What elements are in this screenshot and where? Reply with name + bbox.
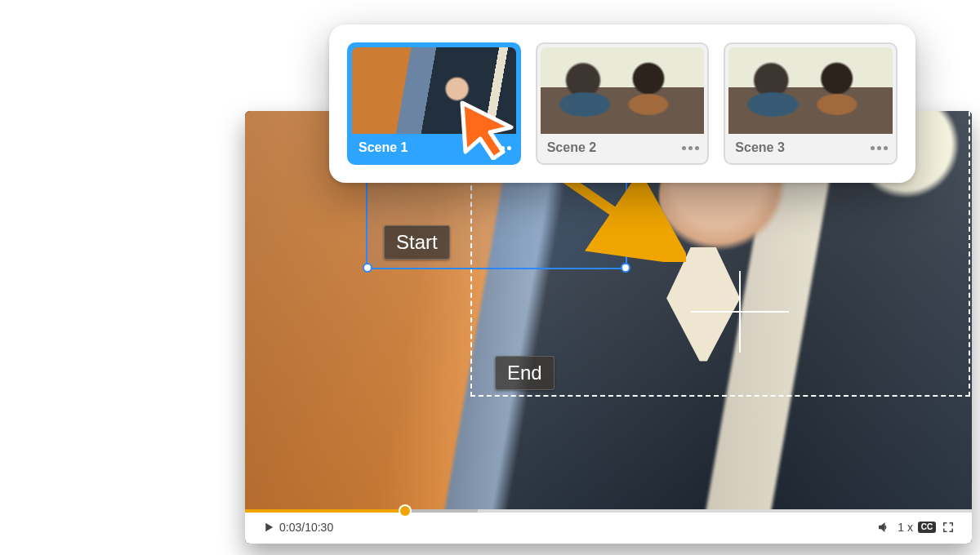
scene-thumbnail xyxy=(541,47,705,134)
resize-handle[interactable] xyxy=(363,263,372,273)
volume-icon xyxy=(876,520,891,535)
play-button[interactable] xyxy=(258,517,279,538)
scene-card-1[interactable]: Scene 1 xyxy=(347,42,521,165)
scene-label: Scene 2 xyxy=(547,140,676,155)
resize-handle[interactable] xyxy=(621,263,630,273)
scene-label: Scene 3 xyxy=(735,140,864,155)
duration: 10:30 xyxy=(305,521,333,534)
scene-more-button[interactable] xyxy=(682,146,699,150)
progress-thumb[interactable] xyxy=(400,506,410,516)
current-time: 0:03 xyxy=(279,521,301,534)
scene-card-3[interactable]: Scene 3 xyxy=(724,42,898,165)
scene-label: Scene 1 xyxy=(359,140,488,155)
scene-panel: Scene 1 Scene 2 Scene 3 xyxy=(329,24,915,183)
scene-more-button[interactable] xyxy=(494,146,511,150)
captions-button[interactable]: CC xyxy=(916,517,938,538)
volume-button[interactable] xyxy=(873,517,894,538)
progress-bar[interactable] xyxy=(245,509,972,513)
fullscreen-icon xyxy=(941,520,956,535)
progress-played xyxy=(245,509,405,513)
end-region-label: End xyxy=(495,356,555,390)
start-region-label: Start xyxy=(384,225,450,260)
scene-thumbnail xyxy=(352,47,516,134)
player-controls: 0:03 / 10:30 1 x CC xyxy=(245,511,972,544)
scene-card-2[interactable]: Scene 2 xyxy=(536,42,710,165)
scene-thumbnail xyxy=(728,47,893,134)
fullscreen-button[interactable] xyxy=(938,517,959,538)
playback-speed-button[interactable]: 1 x xyxy=(894,521,916,534)
cc-icon: CC xyxy=(918,522,936,533)
scene-more-button[interactable] xyxy=(871,146,888,150)
play-icon xyxy=(261,520,276,535)
